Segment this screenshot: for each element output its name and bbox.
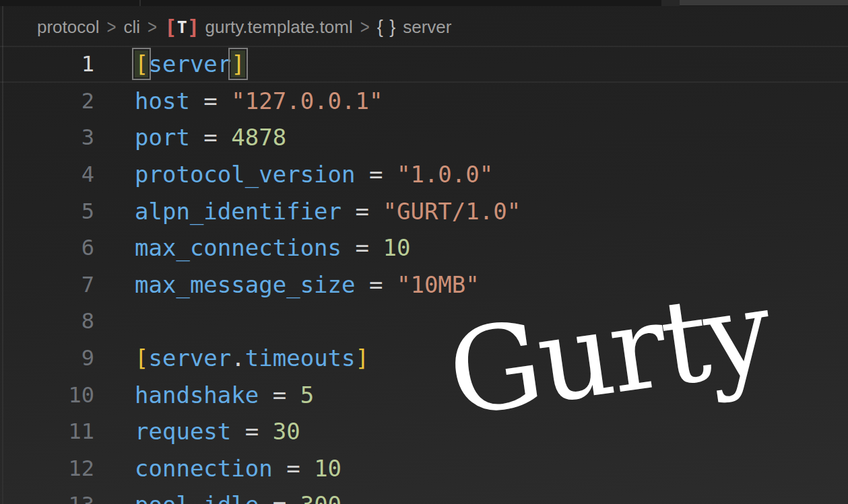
token-op: = [190, 87, 231, 114]
code-line[interactable]: 13pool_idle = 300 [0, 487, 848, 504]
chevron-right-icon: > [360, 15, 370, 39]
token-key: host [135, 87, 190, 114]
token-number: 10 [314, 455, 341, 482]
code-text: max_message_size = "10MB" [94, 271, 480, 298]
token-op: = [190, 124, 231, 151]
line-number: 4 [0, 161, 94, 187]
token-string: "10MB" [397, 271, 480, 298]
object-braces-icon: { } [377, 17, 397, 38]
token-number: 10 [383, 234, 410, 261]
breadcrumb: protocol > cli > [ T ] gurty.template.to… [0, 9, 848, 44]
token-string: "127.0.0.1" [231, 87, 383, 114]
code-area[interactable]: 1[server]2host = "127.0.0.1"3port = 4878… [0, 46, 848, 504]
token-op: . [231, 345, 244, 371]
token-key: request [135, 418, 231, 445]
code-line[interactable]: 5alpn_identifier = "GURT/1.0" [0, 192, 848, 229]
line-number: 12 [0, 456, 94, 481]
token-key: timeouts [245, 345, 356, 371]
breadcrumb-item-symbol[interactable]: { } server [377, 17, 452, 38]
code-text: connection = 10 [94, 455, 341, 482]
token-op: = [259, 382, 300, 408]
code-line[interactable]: 12connection = 10 [0, 450, 848, 487]
token-key: server [148, 345, 231, 371]
code-text: host = "127.0.0.1" [94, 87, 383, 114]
tab-strip-right [680, 0, 848, 5]
breadcrumb-file-label: gurty.template.toml [205, 17, 353, 38]
token-key: max_message_size [135, 271, 356, 298]
token-op: = [341, 198, 383, 225]
code-line[interactable]: 10handshake = 5 [0, 376, 848, 413]
code-line[interactable]: 7max_message_size = "10MB" [0, 266, 848, 303]
breadcrumb-symbol-label: server [403, 17, 451, 38]
code-line[interactable]: 2host = "127.0.0.1" [0, 83, 848, 120]
token-bracket: [ [135, 50, 148, 77]
token-op: = [356, 271, 397, 298]
toml-file-icon: [ T ] [164, 17, 198, 38]
line-number: 1 [0, 51, 94, 77]
code-text: protocol_version = "1.0.0" [94, 161, 493, 188]
code-line[interactable]: 6max_connections = 10 [0, 229, 848, 266]
code-text: pool_idle = 300 [94, 491, 341, 504]
breadcrumb-item-protocol[interactable]: protocol [37, 17, 100, 38]
toml-icon-left-bracket: [ [164, 17, 176, 38]
code-text: max_connections = 10 [94, 234, 410, 261]
code-line[interactable]: 4protocol_version = "1.0.0" [0, 156, 848, 193]
line-number: 7 [0, 272, 94, 297]
tab-divider [139, 0, 141, 6]
line-number: 6 [0, 235, 94, 260]
line-number: 10 [0, 382, 94, 408]
token-number: 5 [300, 382, 314, 408]
code-line[interactable]: 9[server.timeouts] [0, 340, 848, 377]
code-text: [server] [94, 50, 245, 77]
token-op: = [356, 161, 397, 188]
token-key: port [135, 124, 190, 151]
token-number: 30 [273, 418, 300, 445]
line-number: 5 [0, 199, 94, 224]
token-key: alpn_identifier [135, 198, 341, 225]
token-bracket: ] [231, 50, 244, 77]
token-key: handshake [135, 382, 259, 408]
token-number: 300 [300, 491, 341, 504]
token-key: protocol_version [135, 161, 356, 188]
line-number: 3 [0, 124, 94, 150]
line-number: 8 [0, 308, 94, 334]
line-number: 13 [0, 492, 94, 504]
breadcrumb-item-file[interactable]: [ T ] gurty.template.toml [164, 17, 353, 38]
toml-icon-letter: T [176, 19, 187, 36]
code-text: [server.timeouts] [94, 345, 369, 371]
code-text: alpn_identifier = "GURT/1.0" [94, 198, 521, 225]
breadcrumb-item-cli[interactable]: cli [124, 17, 141, 38]
line-number: 9 [0, 345, 94, 371]
toml-icon-right-bracket: ] [187, 17, 199, 38]
chevron-right-icon: > [148, 15, 157, 39]
token-key: max_connections [135, 234, 341, 261]
code-line[interactable]: 3port = 4878 [0, 119, 848, 156]
token-key: pool_idle [135, 491, 259, 504]
line-number: 11 [0, 419, 94, 444]
token-string: "1.0.0" [397, 161, 493, 188]
token-bracket: ] [356, 345, 369, 371]
token-number: 4878 [231, 124, 286, 151]
chevron-right-icon: > [107, 15, 117, 39]
token-op: = [231, 418, 272, 445]
token-key: server [148, 50, 231, 77]
tab-strip-segment [661, 0, 680, 6]
code-text: port = 4878 [94, 124, 286, 151]
token-bracket: [ [135, 345, 148, 371]
token-string: "GURT/1.0" [383, 198, 521, 225]
token-op: = [259, 491, 300, 504]
code-text: request = 30 [94, 418, 300, 445]
code-line[interactable]: 8 [0, 303, 848, 340]
window-top-edge [0, 0, 848, 6]
code-text: handshake = 5 [94, 382, 314, 408]
token-key: connection [135, 455, 273, 482]
code-line[interactable]: 11request = 30 [0, 413, 848, 450]
token-op: = [341, 234, 383, 261]
code-line[interactable]: 1[server] [0, 46, 848, 83]
token-op: = [273, 455, 314, 482]
line-number: 2 [0, 88, 94, 114]
